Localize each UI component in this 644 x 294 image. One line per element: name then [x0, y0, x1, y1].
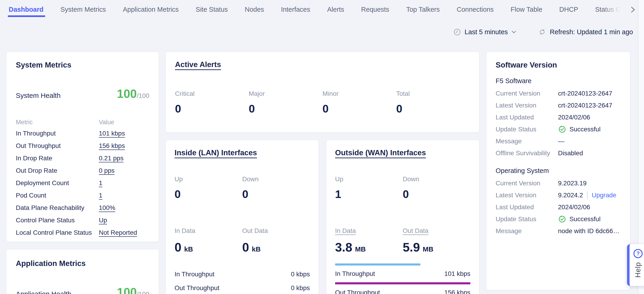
software-row: Last Updated 2024/02/06 [496, 201, 621, 213]
update-status-value: Successful [558, 215, 621, 223]
row-value: crt-20240123-2647 [558, 90, 621, 97]
time-range-selector[interactable]: Last 5 minutes [454, 28, 516, 36]
metric-value-link[interactable]: Not Reported [99, 229, 137, 236]
row-label: Update Status [496, 126, 558, 133]
tab-alerts[interactable]: Alerts [326, 0, 344, 19]
metric-label: Data Plane Reachability [16, 204, 99, 212]
application-metrics-title: Application Metrics [16, 259, 149, 268]
up-value: 1 [335, 188, 403, 201]
wan-interfaces-title-link[interactable]: Outside (WAN) Interfaces [335, 149, 470, 157]
critical-label: Critical [175, 90, 249, 97]
metric-value-link[interactable]: 1 [99, 192, 102, 199]
metric-label: Pod Count [16, 192, 99, 199]
software-row: Offline Survivability Disabled [496, 147, 621, 159]
row-value: 9.2023.19 [558, 180, 621, 187]
row-label: Current Version [496, 90, 558, 97]
out-data-unit: kB [252, 245, 260, 253]
upgrade-link[interactable]: Upgrade [592, 192, 616, 199]
software-row: Last Updated 2024/02/06 [496, 111, 621, 123]
minor-value: 0 [322, 102, 396, 115]
lan-out-throughput-row: Out Throughput 0 kbps [174, 283, 310, 293]
in-data-value-group: 3.8 MB [335, 240, 403, 254]
tab-status-objects[interactable]: Status Ob [595, 0, 625, 19]
software-row: Update Status Successful [496, 213, 621, 225]
down-label: Down [242, 176, 310, 183]
update-status-value: Successful [558, 125, 621, 133]
row-value: Successful [570, 126, 600, 133]
tab-interfaces[interactable]: Interfaces [280, 0, 310, 19]
metric-value-link[interactable]: 0.21 pps [99, 155, 124, 162]
in-throughput-label: In Throughput [174, 270, 214, 278]
row-value: 2024/02/06 [558, 204, 621, 211]
software-version-card: Software Version F5 Software Current Ver… [486, 52, 630, 290]
up-value: 0 [174, 188, 242, 201]
metric-value-link[interactable]: 1 [99, 179, 102, 187]
wan-throughput-section: In Throughput 101 kbps Out Throughput 15… [335, 263, 470, 294]
lan-in-throughput-row: In Throughput 0 kbps [174, 269, 310, 279]
divider [587, 191, 588, 199]
critical-value: 0 [175, 102, 249, 115]
row-value: crt-20240123-2647 [558, 102, 621, 109]
table-row: Out Throughput156 kbps [16, 140, 149, 152]
table-row: In Throughput101 kbps [16, 127, 149, 140]
application-metrics-card: Application Metrics Application Health 1… [6, 249, 159, 294]
success-icon [558, 215, 566, 223]
metric-value-link[interactable]: Up [99, 217, 107, 224]
tab-flow-table[interactable]: Flow Table [510, 0, 543, 19]
alert-stat-critical: Critical 0 [175, 90, 249, 115]
tab-site-status[interactable]: Site Status [195, 0, 228, 19]
application-health-max: /100 [137, 290, 150, 294]
row-label: Current Version [496, 180, 558, 187]
out-throughput-bar [335, 282, 470, 284]
system-metrics-card: System Metrics System Health 100/100 Met… [6, 52, 159, 242]
lan-out-data-stat: Out Data 0 kB [242, 227, 310, 254]
out-data-label-link[interactable]: Out Data [403, 227, 470, 234]
metric-value-link[interactable]: 0 pps [99, 167, 115, 174]
tab-requests[interactable]: Requests [361, 0, 390, 19]
tab-dashboard[interactable]: Dashboard [8, 0, 44, 19]
top-nav: Dashboard System Metrics Application Met… [0, 0, 644, 19]
software-row: Message — [496, 135, 621, 147]
metric-value-link[interactable]: 156 kbps [99, 142, 125, 150]
out-data-value: 5.9 [403, 240, 420, 254]
tab-nodes[interactable]: Nodes [244, 0, 264, 19]
row-value: Disabled [558, 150, 621, 157]
metric-value-link[interactable]: 100% [99, 204, 115, 212]
in-data-value: 3.8 [335, 240, 352, 254]
refresh-button[interactable]: Refresh: Updated 1 min ago [538, 28, 633, 36]
tab-system-metrics[interactable]: System Metrics [60, 0, 106, 19]
system-health-row: System Health 100/100 [16, 87, 149, 101]
operating-system-heading: Operating System [496, 167, 621, 175]
wan-up-stat: Up 1 [335, 176, 403, 201]
major-label: Major [249, 90, 323, 97]
help-tab-label: Help [634, 262, 642, 278]
table-header-row: Metric Value [16, 117, 149, 127]
dashboard-controls: Last 5 minutes Refresh: Updated 1 min ag… [454, 28, 633, 36]
tab-connections[interactable]: Connections [456, 0, 494, 19]
help-tab[interactable]: ? Help [627, 244, 644, 286]
software-row: Current Version crt-20240123-2647 [496, 87, 621, 99]
tab-dhcp[interactable]: DHCP [559, 0, 579, 19]
nav-scroll-next-button[interactable] [628, 5, 638, 15]
in-data-label-link[interactable]: In Data [335, 227, 403, 234]
active-alerts-title-link[interactable]: Active Alerts [175, 60, 470, 69]
system-metrics-title: System Metrics [16, 61, 149, 69]
lan-interfaces-title-link[interactable]: Inside (LAN) Interfaces [174, 149, 310, 157]
metric-value-link[interactable]: 101 kbps [99, 130, 125, 137]
wan-in-data-stat: In Data 3.8 MB [335, 227, 403, 254]
out-data-value-group: 5.9 MB [403, 240, 470, 254]
major-value: 0 [249, 102, 323, 115]
row-value: node with ID 6dc66856-1... [558, 227, 621, 235]
tab-top-talkers[interactable]: Top Talkers [406, 0, 440, 19]
lan-up-stat: Up 0 [174, 176, 242, 201]
system-health-max: /100 [137, 92, 150, 99]
in-data-unit: kB [184, 245, 193, 253]
down-value: 0 [242, 188, 310, 201]
alert-stat-minor: Minor 0 [322, 90, 396, 115]
tab-application-metrics[interactable]: Application Metrics [122, 0, 179, 19]
clock-icon [454, 28, 461, 36]
out-data-unit: MB [423, 245, 434, 253]
metric-label: Out Throughput [16, 142, 99, 150]
row-value: 9.2024.2 [558, 192, 583, 199]
row-label: Latest Version [496, 192, 558, 199]
